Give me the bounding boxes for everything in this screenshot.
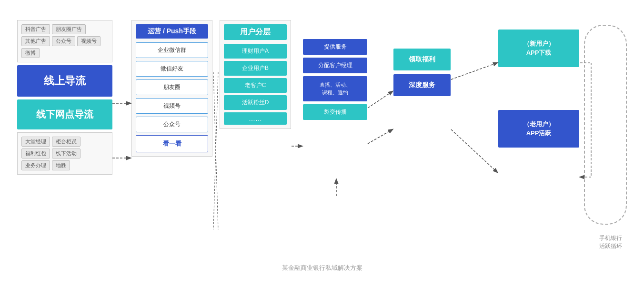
- user-item-2: 企业用户B: [224, 61, 287, 76]
- svg-line-5: [368, 91, 392, 108]
- user-item-1: 理财用户A: [224, 44, 287, 59]
- user-section: 用户分层 理财用户A 企业用户B 老客户C 活跃粉丝D ……: [220, 20, 291, 129]
- user-item-4: 活跃粉丝D: [224, 95, 287, 110]
- source-tag: 抖音广告: [21, 24, 50, 34]
- ops-item-4: 视频号: [136, 98, 208, 114]
- svg-line-6: [368, 129, 392, 144]
- source-top-tags: 抖音广告朋友圈广告其他广告公众号视频号微博: [17, 20, 112, 62]
- source-bottom-tag: 福利红包: [21, 148, 50, 158]
- result-old-line2: APP活跃: [502, 129, 575, 138]
- welfare-item-1: 领取福利: [393, 49, 451, 70]
- action-4: 裂变传播: [303, 104, 367, 120]
- loop-circle: [584, 25, 627, 225]
- result-new-user: （新用户） APP下载: [498, 30, 579, 67]
- action-3: 直播、活动、课程、邀约: [303, 76, 367, 101]
- result-new-line2: APP下载: [502, 48, 575, 58]
- ops-item-2: 微信好友: [136, 61, 208, 77]
- online-flow-box: 线上导流: [17, 65, 112, 97]
- user-header: 用户分层: [224, 24, 287, 40]
- source-bottom-tag: 大堂经理: [21, 137, 50, 147]
- ops-item-5: 公众号: [136, 117, 208, 132]
- svg-line-3: [213, 72, 218, 229]
- source-tag: 公众号: [52, 36, 75, 46]
- source-tag: 微博: [21, 48, 40, 58]
- offline-flow-box: 线下网点导流: [17, 99, 112, 129]
- ops-section: 运营 / Push手段 企业微信群 微信好友 朋友圈 视频号 公众号 看一看: [131, 20, 212, 157]
- caption: 某金融商业银行私域解决方案: [12, 264, 632, 272]
- source-bottom-tag: 业务办理: [21, 160, 50, 170]
- ops-item-last: 看一看: [136, 135, 208, 152]
- source-bottom-tag: 柜台柜员: [52, 137, 80, 147]
- source-tag: 朋友圈广告: [52, 24, 86, 34]
- result-section: （新用户） APP下载 （老用户） APP活跃: [498, 30, 579, 148]
- user-item-dots: ……: [224, 112, 287, 125]
- welfare-item-2: 深度服务: [393, 74, 451, 96]
- loop-label-line1: 手机银行: [599, 234, 622, 242]
- svg-line-9: [451, 129, 497, 172]
- action-2: 分配客户经理: [303, 58, 367, 73]
- source-bottom-tag: 地胜: [52, 160, 70, 170]
- ops-item-1: 企业微信群: [136, 42, 208, 58]
- user-item-3: 老客户C: [224, 78, 287, 93]
- ops-item-3: 朋友圈: [136, 79, 208, 95]
- loop-label-line2: 活跃循环: [599, 242, 622, 250]
- source-bottom-tags: 大堂经理柜台柜员福利红包线下活动业务办理地胜: [17, 132, 112, 175]
- source-bottom-tag: 线下活动: [52, 148, 80, 158]
- actions-section: 提供服务 分配客户经理 直播、活动、课程、邀约 裂变传播: [303, 39, 367, 120]
- svg-line-2: [213, 72, 218, 229]
- action-1: 提供服务: [303, 39, 367, 55]
- welfare-section: 领取福利 深度服务: [393, 49, 451, 96]
- result-old-line1: （老用户）: [502, 119, 575, 129]
- source-tag: 视频号: [77, 36, 101, 46]
- result-old-user: （老用户） APP活跃: [498, 110, 579, 148]
- loop-label: 手机银行 活跃循环: [599, 234, 622, 250]
- result-new-line1: （新用户）: [502, 39, 575, 49]
- source-section: 抖音广告朋友圈广告其他广告公众号视频号微博 线上导流 线下网点导流 大堂经理柜台…: [17, 20, 112, 175]
- ops-header: 运营 / Push手段: [136, 24, 208, 39]
- svg-line-8: [451, 63, 497, 79]
- source-tag: 其他广告: [21, 36, 50, 46]
